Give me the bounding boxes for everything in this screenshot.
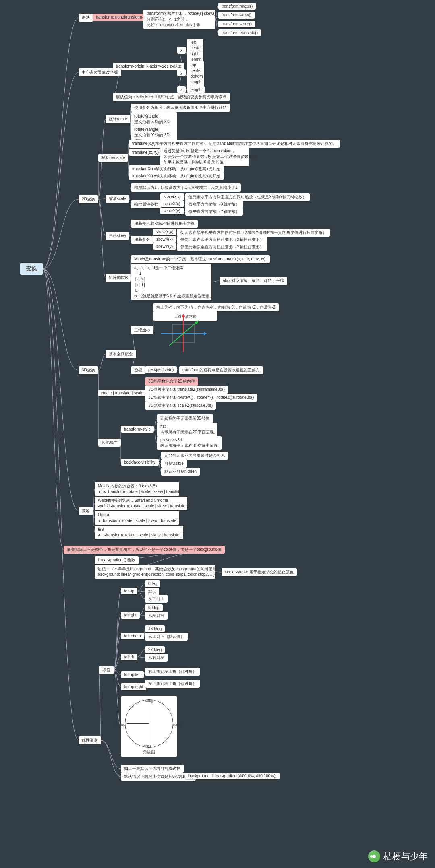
translate-xy: translate(x,y)水平方向和垂直方向同时移动	[129, 140, 211, 148]
dir-left: to left	[121, 654, 137, 660]
coord-desc: 向上为-Y，向下为+Y，向左为-X，向右为+X，向前为+Z，向后为-Z	[153, 303, 279, 311]
syntax-label: 语法	[79, 14, 93, 22]
color-stop: <color-stop>: 用于指定渐变的起止颜色	[222, 568, 297, 576]
bf-desc: 定义当元素不面向屏幕时是否可见	[161, 452, 228, 460]
3d-label: 3D变换	[79, 366, 98, 374]
dir-left-deg: 270deg	[145, 646, 165, 653]
rotate: 旋转rotate	[106, 115, 130, 123]
origin-z: z	[177, 86, 186, 93]
backface: backface-visibility	[121, 459, 159, 466]
matrix-desc: Matrix是transfrom的一个子类，基本语法transform: mat…	[131, 255, 270, 263]
angle-figure: 0deg90deg180deg270deg角度图	[121, 696, 177, 757]
translate: 移动translate	[98, 154, 128, 162]
matrix-body: a、c、b、d是一个二维矩阵 「 1 | a b | | c d | L 」 t…	[131, 264, 211, 300]
skewx: skewX(x)	[153, 236, 176, 243]
bf-hidden: 默认不可见hidden	[161, 468, 200, 476]
dir-tl-b: 右上角到左上角（斜对角）	[145, 668, 200, 676]
compat-ms: IE9 -ms-transform: rotate | scale | skew…	[95, 526, 183, 539]
dir-tr: to top right	[121, 683, 146, 690]
perspective: 透视	[131, 366, 145, 374]
compat-moz: Mozilla内核的浏览器：firefox3.5+ -moz-transform…	[95, 482, 179, 496]
tfunc: transform:skew()	[218, 12, 255, 19]
scalexy-d: 使元素水平方向和垂直方向同时缩放（也就是X轴和Y轴同时缩放）	[185, 193, 310, 201]
translatey: translateY() y轴方向移动，从origin修改其y点开始	[129, 172, 224, 180]
ts-p3d: preserve-3d 表示所有子元素在3D空间中呈现。	[157, 436, 222, 450]
dir-bottom: to bottom	[121, 633, 144, 639]
svg-marker-3	[204, 332, 207, 335]
scalex: scaleX(x)	[160, 200, 184, 207]
tfunc: transform:scale()	[218, 21, 255, 27]
rts-b: 3D旋转主要包括rotateX()、rotateY()、rotateZ()和ro…	[145, 394, 257, 402]
skew-params: 扭曲参数	[131, 236, 153, 244]
2d-label: 2D变换	[79, 195, 98, 203]
dir-tl: to top left	[121, 671, 144, 678]
scalex-d: 仅水平方向缩放（X轴缩放）	[185, 200, 243, 208]
dir-right-deg: 90deg	[145, 604, 163, 611]
origin-label: 中心点位置修改坐标	[79, 68, 121, 76]
scaley: scaleY(y)	[160, 208, 184, 214]
dir-bottom-deg: 180deg	[145, 625, 165, 632]
origin-y: y	[177, 69, 186, 76]
dir-right-b: 从左到右	[145, 612, 168, 620]
direction: 取值	[99, 666, 114, 674]
translate-td: 通过矢量[tx, ty]指定一个2D translation， tx 是第一个过…	[160, 147, 249, 166]
scale-desc: 缩放默认为1，比如高度大于1元素被放大，反之其缩小于1	[131, 183, 241, 192]
translate-t: translate(tx, ty)	[129, 149, 162, 156]
rts-a: 3D位移主要包括translateZ()和translate3d()	[145, 386, 228, 394]
compat: 兼容	[79, 507, 93, 515]
compat-wk: Webkit内核浏览器：Safari and Chrome -webkit-tr…	[95, 497, 187, 510]
root-node: 变换	[20, 263, 43, 275]
skew-desc: 扭曲是沿着X轴&Y轴进行扭曲变换	[131, 220, 198, 228]
tfunc: transform:rotate()	[218, 3, 256, 10]
scaley-d: 仅垂直方向缩放（Y轴缩放）	[185, 208, 243, 216]
ts-desc: 让转换的子元素保留3D转换	[157, 414, 213, 423]
scale: 缩放scale	[106, 195, 129, 203]
bf-visible: 可见visible	[161, 460, 187, 468]
origin-z-val: length	[187, 86, 205, 93]
origin-x: x	[177, 47, 186, 54]
lin-b: 默认情况下的起止位置是从0%到100%	[121, 773, 196, 781]
perspective-fn: perspective(n)	[145, 366, 177, 373]
origin-def: 默认值为：50% 50% 0 即中心点，旋转的变换参照点即为该点	[113, 93, 230, 101]
rts-hl: 3D的函数包含了2D的内容	[145, 377, 198, 386]
dir-top-c: 从下到上	[145, 595, 168, 603]
translatex: translateX() x轴方向移动，从origin修改其x点开始	[129, 165, 224, 173]
dir-left-b: 从右到左	[145, 654, 168, 662]
scale-params: 缩放属性参数	[131, 200, 162, 208]
rotate-desc: 使用参数为角度，表示按照该角度围绕中心进行旋转	[131, 104, 230, 112]
lin-a: 如上一般默认下也均可写成这样	[121, 765, 184, 773]
skewy: skewY(y)	[153, 243, 176, 250]
skewxy: skew(x,y)	[153, 229, 176, 235]
other: 其他属性	[98, 439, 121, 447]
dir-top: to top	[121, 588, 137, 594]
svg-marker-1	[182, 314, 185, 317]
scalexy: scale(x,y)	[160, 193, 184, 200]
dir-right: to right	[121, 612, 140, 619]
matrix-note: abcd对应缩放、横切、旋转、平移	[220, 277, 287, 285]
skew: 扭曲skew	[106, 232, 129, 240]
dir-bottom-b: 从上到下（默认值）	[145, 633, 188, 641]
skewx-d: 仅使元素在水平方向扭曲变形（X轴扭曲变形）	[177, 236, 267, 244]
matrix: 矩阵matrix	[106, 274, 131, 282]
transform-style: transform-style	[121, 426, 154, 433]
skewy-d: 仅使元素按垂直方向扭曲变形（Y轴扭曲变形）	[177, 243, 267, 251]
lg-syntax: 语法：（不单单是background，其他会涉及background的均可使用）…	[95, 565, 215, 579]
ts-flat: flat 表示所有子元素在2D平面呈现。	[157, 423, 218, 436]
linear-gradient: linear-gradient() 函数	[95, 556, 139, 564]
linear: 线性渐变	[79, 736, 101, 744]
syntax-desc: transform的属性包括：rotate() | skew() |scale(…	[143, 10, 215, 29]
skewxy-d: 使元素在水平和垂直方向同时扭曲（X轴和Y轴同时按一定的角度值进行扭曲变形）	[177, 229, 330, 237]
perspective-desc: transform的透视点是在设置该透视的正前方	[179, 366, 263, 374]
watermark-text: 桔梗与少年	[383, 850, 428, 862]
3d-axis-figure: 三维坐标示意	[153, 311, 218, 321]
dir-top-b: 默认	[145, 588, 160, 596]
dir-top-deg: 0deg	[145, 580, 160, 587]
lin-c: background: linear-gradient(#f00 0%, #ff…	[185, 773, 280, 779]
dir-tr-b: 左下角到右上角（斜对角）	[145, 680, 200, 688]
rts-c: 3D缩放主要包括scaleZ()和scale3d()	[145, 402, 216, 410]
space: 基本空间概念	[106, 350, 136, 358]
translate-note: 使用translate时需要注意位移量如百分比是相对元素自身宽高来计算的。	[205, 140, 340, 148]
coord: 三维坐标	[131, 326, 153, 334]
origin-prop: transform-origin: x-axis y-axis z-axis;	[113, 63, 184, 70]
tfunc: transform:translate()	[218, 29, 261, 36]
